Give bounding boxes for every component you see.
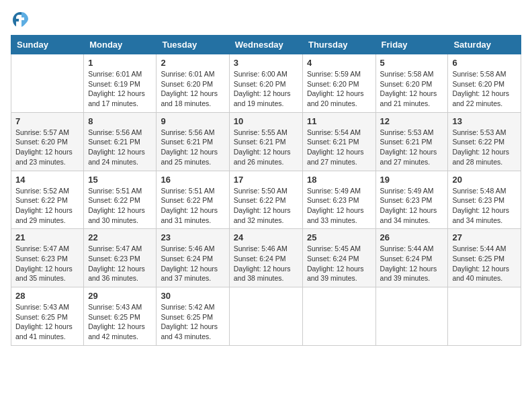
day-number: 6 [452,58,517,68]
day-info: Sunrise: 5:57 AM Sunset: 6:20 PM Dayligh… [15,128,79,167]
day-cell: 10Sunrise: 5:55 AM Sunset: 6:21 PM Dayli… [229,112,302,171]
day-cell: 19Sunrise: 5:49 AM Sunset: 6:23 PM Dayli… [375,171,448,229]
day-info: Sunrise: 5:59 AM Sunset: 6:20 PM Dayligh… [307,69,371,109]
header-wednesday: Wednesday [229,36,302,54]
day-number: 25 [307,232,371,242]
logo [11,11,32,30]
week-row-1: 7Sunrise: 5:57 AM Sunset: 6:20 PM Daylig… [11,112,521,171]
day-cell [302,287,375,346]
day-number: 22 [88,232,152,242]
day-cell: 21Sunrise: 5:47 AM Sunset: 6:23 PM Dayli… [11,229,84,287]
day-number: 20 [452,175,517,185]
day-info: Sunrise: 5:44 AM Sunset: 6:24 PM Dayligh… [380,244,444,283]
day-cell: 1Sunrise: 6:01 AM Sunset: 6:19 PM Daylig… [84,54,157,113]
day-cell: 2Sunrise: 6:01 AM Sunset: 6:20 PM Daylig… [157,54,229,113]
day-info: Sunrise: 5:50 AM Sunset: 6:22 PM Dayligh… [234,186,298,226]
day-cell: 25Sunrise: 5:45 AM Sunset: 6:24 PM Dayli… [302,229,375,287]
day-cell: 14Sunrise: 5:52 AM Sunset: 6:22 PM Dayli… [11,171,84,229]
day-number: 24 [234,232,298,242]
day-cell: 22Sunrise: 5:47 AM Sunset: 6:23 PM Dayli… [84,229,157,287]
day-number: 5 [380,58,444,68]
day-info: Sunrise: 5:53 AM Sunset: 6:22 PM Dayligh… [452,128,517,167]
day-number: 16 [161,175,224,185]
week-row-0: 1Sunrise: 6:01 AM Sunset: 6:19 PM Daylig… [11,54,521,113]
header-monday: Monday [84,36,157,54]
day-info: Sunrise: 6:00 AM Sunset: 6:20 PM Dayligh… [234,69,298,109]
day-number: 1 [88,58,152,68]
logo-icon [11,11,30,30]
calendar-table: SundayMondayTuesdayWednesdayThursdayFrid… [11,35,521,346]
day-number: 11 [307,116,371,126]
day-cell: 29Sunrise: 5:43 AM Sunset: 6:25 PM Dayli… [84,287,157,346]
day-cell: 8Sunrise: 5:56 AM Sunset: 6:21 PM Daylig… [84,112,157,171]
day-cell: 28Sunrise: 5:43 AM Sunset: 6:25 PM Dayli… [11,287,84,346]
day-cell [448,287,521,346]
day-cell [375,287,448,346]
day-number: 7 [15,116,79,126]
day-number: 15 [88,175,152,185]
day-number: 2 [161,58,224,68]
day-number: 8 [88,116,152,126]
day-info: Sunrise: 5:44 AM Sunset: 6:25 PM Dayligh… [452,244,517,283]
day-cell: 6Sunrise: 5:58 AM Sunset: 6:20 PM Daylig… [448,54,521,113]
day-number: 27 [452,232,517,242]
day-info: Sunrise: 5:42 AM Sunset: 6:25 PM Dayligh… [161,302,224,342]
day-info: Sunrise: 5:49 AM Sunset: 6:23 PM Dayligh… [380,186,444,226]
day-number: 19 [380,175,444,185]
day-cell: 13Sunrise: 5:53 AM Sunset: 6:22 PM Dayli… [448,112,521,171]
day-cell: 27Sunrise: 5:44 AM Sunset: 6:25 PM Dayli… [448,229,521,287]
day-info: Sunrise: 5:47 AM Sunset: 6:23 PM Dayligh… [15,244,79,283]
day-cell: 24Sunrise: 5:46 AM Sunset: 6:24 PM Dayli… [229,229,302,287]
header-tuesday: Tuesday [157,36,229,54]
day-cell: 30Sunrise: 5:42 AM Sunset: 6:25 PM Dayli… [157,287,229,346]
day-cell: 15Sunrise: 5:51 AM Sunset: 6:22 PM Dayli… [84,171,157,229]
day-info: Sunrise: 5:49 AM Sunset: 6:23 PM Dayligh… [307,186,371,226]
header-saturday: Saturday [448,36,521,54]
day-info: Sunrise: 5:51 AM Sunset: 6:22 PM Dayligh… [161,186,224,226]
week-row-3: 21Sunrise: 5:47 AM Sunset: 6:23 PM Dayli… [11,229,521,287]
week-row-4: 28Sunrise: 5:43 AM Sunset: 6:25 PM Dayli… [11,287,521,346]
day-info: Sunrise: 5:53 AM Sunset: 6:21 PM Dayligh… [380,128,444,167]
day-cell: 23Sunrise: 5:46 AM Sunset: 6:24 PM Dayli… [157,229,229,287]
day-info: Sunrise: 5:43 AM Sunset: 6:25 PM Dayligh… [15,302,79,342]
day-number: 13 [452,116,517,126]
day-info: Sunrise: 5:56 AM Sunset: 6:21 PM Dayligh… [88,128,152,167]
day-cell: 12Sunrise: 5:53 AM Sunset: 6:21 PM Dayli… [375,112,448,171]
day-cell [11,54,84,113]
day-info: Sunrise: 5:48 AM Sunset: 6:23 PM Dayligh… [452,186,517,226]
day-info: Sunrise: 6:01 AM Sunset: 6:19 PM Dayligh… [88,69,152,109]
page-header [11,11,521,30]
day-number: 29 [88,291,152,301]
day-number: 12 [380,116,444,126]
day-info: Sunrise: 5:43 AM Sunset: 6:25 PM Dayligh… [88,302,152,342]
day-info: Sunrise: 5:46 AM Sunset: 6:24 PM Dayligh… [161,244,224,283]
week-row-2: 14Sunrise: 5:52 AM Sunset: 6:22 PM Dayli… [11,171,521,229]
day-info: Sunrise: 5:51 AM Sunset: 6:22 PM Dayligh… [88,186,152,226]
day-number: 26 [380,232,444,242]
day-cell: 11Sunrise: 5:54 AM Sunset: 6:21 PM Dayli… [302,112,375,171]
header-friday: Friday [375,36,448,54]
day-cell [229,287,302,346]
day-number: 30 [161,291,224,301]
day-cell: 20Sunrise: 5:48 AM Sunset: 6:23 PM Dayli… [448,171,521,229]
day-info: Sunrise: 5:52 AM Sunset: 6:22 PM Dayligh… [15,186,79,226]
day-cell: 26Sunrise: 5:44 AM Sunset: 6:24 PM Dayli… [375,229,448,287]
day-cell: 16Sunrise: 5:51 AM Sunset: 6:22 PM Dayli… [157,171,229,229]
day-number: 28 [15,291,79,301]
day-info: Sunrise: 5:54 AM Sunset: 6:21 PM Dayligh… [307,128,371,167]
day-number: 21 [15,232,79,242]
day-cell: 9Sunrise: 5:56 AM Sunset: 6:21 PM Daylig… [157,112,229,171]
day-info: Sunrise: 5:45 AM Sunset: 6:24 PM Dayligh… [307,244,371,283]
calendar-header-row: SundayMondayTuesdayWednesdayThursdayFrid… [11,36,521,54]
header-sunday: Sunday [11,36,84,54]
day-info: Sunrise: 5:56 AM Sunset: 6:21 PM Dayligh… [161,128,224,167]
day-info: Sunrise: 5:47 AM Sunset: 6:23 PM Dayligh… [88,244,152,283]
day-info: Sunrise: 5:55 AM Sunset: 6:21 PM Dayligh… [234,128,298,167]
day-cell: 7Sunrise: 5:57 AM Sunset: 6:20 PM Daylig… [11,112,84,171]
day-cell: 17Sunrise: 5:50 AM Sunset: 6:22 PM Dayli… [229,171,302,229]
day-number: 23 [161,232,224,242]
day-number: 10 [234,116,298,126]
day-number: 17 [234,175,298,185]
day-number: 18 [307,175,371,185]
header-thursday: Thursday [302,36,375,54]
